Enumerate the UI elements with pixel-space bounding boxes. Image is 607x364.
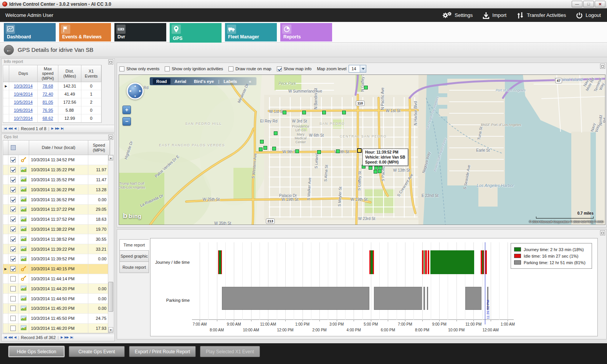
zoom-in-button[interactable]: +	[122, 106, 131, 114]
max-speed-link[interactable]: 68.62	[43, 116, 53, 121]
table-row[interactable]: 10/7/201468.6212.990	[3, 114, 101, 122]
pager-next-page-icon[interactable]: ▶▶	[65, 336, 68, 339]
checkbox-cell[interactable]	[8, 215, 18, 225]
scroll-down-icon[interactable]: ▼	[108, 327, 113, 333]
zoom-level-select[interactable]: 14	[349, 65, 366, 73]
gps-row[interactable]: 10/3/2014 11:45:20 PM0.00	[3, 304, 110, 314]
gps-marker[interactable]	[263, 146, 267, 150]
collapse-viewbar-icon[interactable]: «	[246, 79, 253, 84]
logout-button[interactable]: Logout	[576, 12, 601, 19]
tab-events-reviews[interactable]: Events & Reviews	[59, 23, 111, 41]
pan-down-icon[interactable]: ▼	[134, 95, 137, 98]
gps-row[interactable]: 10/3/2014 11:39:22 PM33.21	[3, 244, 110, 254]
gps-marker[interactable]	[259, 147, 263, 151]
max-speed-link[interactable]: 76.95	[43, 108, 53, 113]
gps-marker[interactable]	[322, 111, 326, 114]
row-checkbox[interactable]	[10, 207, 16, 212]
checkbox-cell[interactable]	[8, 304, 18, 314]
scroll-up-icon[interactable]: ▲	[108, 155, 113, 160]
checkbox-cell[interactable]	[8, 244, 18, 254]
row-checkbox[interactable]	[10, 316, 16, 321]
day-link[interactable]: 10/6/2014	[14, 108, 33, 113]
checkbox-cell[interactable]	[8, 185, 18, 195]
gps-marker[interactable]	[302, 111, 306, 114]
gps-row[interactable]: 10/3/2014 11:35:52 PM11.47	[3, 175, 110, 185]
day-cell[interactable]: 10/3/2014	[9, 82, 38, 90]
chart-panel-expand-button[interactable]	[600, 230, 605, 235]
table-row[interactable]: 10/4/201472.4041.491	[3, 90, 101, 98]
checkbox-cell[interactable]	[8, 314, 18, 324]
day-cell[interactable]: 10/5/2014	[9, 98, 38, 106]
max-speed-link[interactable]: 78.68	[43, 84, 53, 88]
gps-row[interactable]: 10/3/2014 11:39:52 PM0.00	[3, 254, 110, 264]
checkbox-cell[interactable]	[8, 234, 18, 244]
pager-prev-icon[interactable]: ◀	[14, 127, 16, 130]
row-checkbox[interactable]	[10, 286, 16, 291]
gps-marker[interactable]	[336, 149, 340, 153]
gps-marker[interactable]	[378, 169, 382, 173]
map-view-aerial[interactable]: Aerial	[171, 78, 190, 84]
checkbox-cell[interactable]	[8, 195, 18, 205]
pan-left-icon[interactable]: ◀	[129, 89, 131, 93]
day-link[interactable]: 10/7/2014	[14, 116, 33, 121]
row-checkbox[interactable]	[10, 187, 16, 192]
map-option-show-map-info[interactable]: Show map info	[277, 66, 312, 71]
select-all-icon[interactable]	[11, 145, 16, 150]
gps-row[interactable]: 10/3/2014 11:38:22 PM19.70	[3, 225, 110, 235]
row-checkbox[interactable]	[10, 157, 16, 162]
row-checkbox[interactable]	[10, 256, 16, 261]
row-checkbox[interactable]	[10, 296, 16, 301]
pager-next-icon[interactable]: ▶	[61, 336, 63, 339]
info-report-expand-button[interactable]	[108, 60, 113, 65]
gps-row[interactable]: 10/3/2014 11:34:52 PM	[3, 155, 110, 165]
gps-row[interactable]: 10/3/2014 11:44:50 PM0.00	[3, 294, 110, 304]
pan-right-icon[interactable]: ▶	[139, 89, 141, 93]
maximize-button[interactable]	[583, 1, 594, 7]
max-speed-cell[interactable]: 76.95	[38, 106, 58, 114]
day-cell[interactable]: 10/6/2014	[9, 106, 38, 114]
gps-marker[interactable]	[369, 166, 372, 170]
gps-marker[interactable]	[283, 111, 286, 114]
row-checkbox[interactable]	[10, 306, 16, 311]
checkbox[interactable]	[119, 66, 124, 71]
row-checkbox[interactable]	[10, 276, 16, 281]
gps-row[interactable]: 10/3/2014 11:44:20 PM0.00	[3, 284, 110, 294]
map-view-labels[interactable]: Labels	[220, 78, 240, 84]
report-tab-time-report[interactable]: Time report	[119, 239, 149, 251]
export-print-route-report-button[interactable]: Export / Print Route Report	[129, 346, 196, 357]
report-tab-route-report[interactable]: Route report	[119, 261, 149, 273]
gps-row[interactable]: ▶10/3/2014 11:40:15 PM	[3, 264, 110, 274]
checkbox[interactable]	[228, 66, 233, 71]
gps-row[interactable]: 10/3/2014 11:38:52 PM30.55	[3, 234, 110, 244]
map-option-show-only-ignition-activities[interactable]: Show only ignition activities	[165, 66, 223, 71]
max-speed-cell[interactable]: 78.68	[38, 82, 58, 90]
gps-list-scrollbar[interactable]: ▲ ▼	[108, 155, 114, 333]
checkbox[interactable]	[165, 66, 170, 71]
tab-gps[interactable]: GPS	[170, 23, 222, 43]
max-speed-cell[interactable]: 81.05	[38, 98, 58, 106]
pager-first-icon[interactable]: |◀	[4, 127, 6, 130]
row-checkbox[interactable]	[10, 266, 16, 271]
checkbox-cell[interactable]	[8, 274, 18, 284]
create-gps-event-button[interactable]: Create Gps Event	[69, 346, 125, 357]
checkbox-cell[interactable]	[8, 324, 18, 333]
pager-prev-page-icon[interactable]: ◀◀	[8, 336, 12, 339]
checkbox-cell[interactable]	[8, 264, 18, 274]
gps-row[interactable]: 10/3/2014 11:35:22 PM11.97	[3, 165, 110, 175]
gps-marker[interactable]	[260, 140, 264, 144]
checkbox-cell[interactable]	[8, 294, 18, 304]
table-row[interactable]: 10/5/201481.05172.562	[3, 98, 101, 106]
transfer-activities-button[interactable]: Transfer Activities	[516, 12, 566, 19]
zoom-out-button[interactable]: −	[122, 117, 131, 126]
import-button[interactable]: Import	[483, 12, 506, 19]
checkbox[interactable]	[277, 66, 282, 71]
settings-button[interactable]: Settings	[442, 12, 473, 19]
day-cell[interactable]: 10/4/2014	[9, 90, 38, 98]
tab-fleet-manager[interactable]: Fleet Manager	[225, 23, 277, 41]
row-checkbox[interactable]	[10, 227, 16, 232]
report-tab-speed-graphic[interactable]: Speed graphic	[119, 250, 149, 262]
day-link[interactable]: 10/5/2014	[14, 100, 33, 104]
gps-row[interactable]: 10/3/2014 11:37:22 PM29.05	[3, 205, 110, 215]
day-link[interactable]: 10/3/2014	[14, 84, 33, 88]
gps-row[interactable]: 10/3/2014 11:37:52 PM18.63	[3, 215, 110, 225]
